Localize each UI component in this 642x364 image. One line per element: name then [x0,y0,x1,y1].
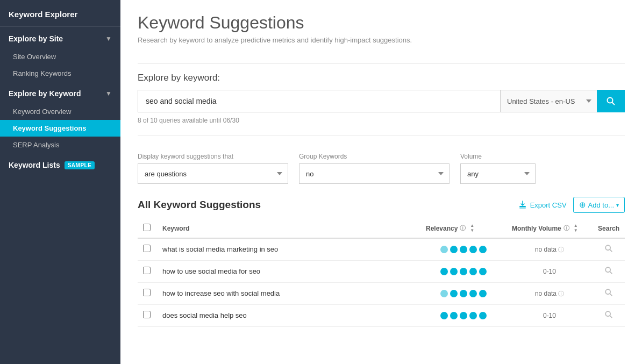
sidebar-item-site-overview[interactable]: Site Overview [0,48,120,65]
filter-group-group: Group Keywords no [299,153,450,184]
svg-point-10 [605,311,610,316]
search-row-icon [604,310,613,319]
filter-display-label: Display keyword suggestions that [138,153,288,160]
search-button[interactable] [597,90,625,112]
relevancy-dots [426,290,501,297]
svg-line-11 [610,316,612,318]
row-search-button[interactable] [604,288,613,299]
dot [450,312,458,319]
filter-group-label: Group Keywords [299,153,450,160]
row-search-button[interactable] [604,310,613,321]
table-row: how to increase seo with social mediano … [138,282,625,304]
dot [469,246,477,253]
row-checkbox-cell [138,260,157,282]
sidebar-item-keyword-suggestions[interactable]: Keyword Suggestions [0,120,120,137]
sidebar-section-explore-by-keyword[interactable]: Explore by Keyword ▼ [0,82,120,103]
search-row-icon [604,288,613,297]
volume-info-icon: ⓘ [557,290,564,297]
th-select-all [138,219,157,238]
sidebar-keyword-lists-label: Keyword Lists [9,161,60,169]
plus-icon: ⊕ [579,200,586,210]
dot [440,246,448,253]
sidebar-section-explore-by-site[interactable]: Explore by Site ▼ [0,27,120,48]
relevancy-sort-icon[interactable]: ▲▼ [470,224,474,233]
sidebar-title: Keyword Explorer [0,0,120,27]
dot [460,246,467,253]
keyword-cell: how to increase seo with social media [157,282,420,304]
svg-point-6 [605,267,610,272]
dot [450,290,458,297]
keyword-search-input[interactable] [138,90,500,112]
dot [460,268,467,275]
search-cell [593,304,625,326]
filter-group-select[interactable]: no [299,163,450,184]
volume-cell: no data ⓘ [507,282,593,304]
volume-value: no data [535,290,557,297]
th-search: Search [593,219,625,238]
keyword-cell: what is social media marketing in seo [157,238,420,261]
volume-value: 0-10 [543,268,556,275]
row-checkbox-cell [138,238,157,261]
th-relevancy: Relevancy ⓘ ▲▼ [420,219,507,238]
dot [479,246,487,253]
volume-value: 0-10 [543,312,556,319]
locale-select[interactable]: United States - en-US [500,90,597,112]
dot [469,268,477,275]
svg-line-7 [610,272,612,274]
table-title: All Keyword Suggestions [138,199,261,211]
divider-1 [138,63,625,64]
row-search-button[interactable] [604,266,613,277]
divider-2 [138,135,625,135]
main-content: Keyword Suggestions Research by keyword … [120,0,642,364]
th-keyword: Keyword [157,219,420,238]
table-row: how to use social media for seo0-10 [138,260,625,282]
relevancy-info-icon: ⓘ [460,224,466,232]
export-csv-button[interactable]: Export CSV [518,201,567,209]
dot [469,312,477,319]
sidebar-section-explore-by-site-label: Explore by Site [9,34,63,43]
row-checkbox[interactable] [143,289,151,296]
row-checkbox-cell [138,282,157,304]
volume-cell: 0-10 [507,304,593,326]
filter-group-volume: Volume any [460,153,536,184]
chevron-down-icon-2: ▼ [105,90,112,97]
row-checkbox[interactable] [143,267,151,274]
filter-display-select[interactable]: are questions [138,163,288,184]
keyword-lists-badge: SAMPLE [65,161,95,169]
sidebar-item-ranking-keywords[interactable]: Ranking Keywords [0,65,120,82]
filter-volume-select[interactable]: any [460,163,536,184]
search-row-icon [604,244,613,253]
search-cell [593,282,625,304]
dot [469,290,477,297]
relevancy-dots [426,268,501,275]
volume-info-icon: ⓘ [557,246,564,253]
svg-rect-2 [519,206,526,207]
row-checkbox[interactable] [143,311,151,318]
sidebar-keyword-lists[interactable]: Keyword Lists SAMPLE [0,153,120,175]
svg-point-0 [608,98,613,103]
sidebar-item-serp-analysis[interactable]: SERP Analysis [0,137,120,153]
search-cell [593,260,625,282]
keyword-table: Keyword Relevancy ⓘ ▲▼ Monthly Volume ⓘ [138,219,625,327]
sidebar-section-explore-by-keyword-label: Explore by Keyword [9,89,81,98]
row-search-button[interactable] [604,244,613,255]
relevancy-cell [420,260,507,282]
svg-rect-3 [519,208,526,209]
add-to-button[interactable]: ⊕ Add to... ▾ [573,197,625,213]
volume-sort-icon[interactable]: ▲▼ [574,224,578,233]
svg-point-8 [605,289,610,294]
relevancy-cell [420,238,507,261]
row-checkbox[interactable] [143,245,151,252]
select-all-checkbox[interactable] [143,224,151,231]
dot [479,268,487,275]
dot [440,268,448,275]
table-row: does social media help seo0-10 [138,304,625,326]
search-row-icon [604,266,613,275]
svg-line-1 [612,103,615,105]
keyword-cell: how to use social media for seo [157,260,420,282]
sidebar-item-keyword-overview[interactable]: Keyword Overview [0,103,120,120]
search-icon [606,96,616,106]
relevancy-cell [420,304,507,326]
volume-cell: no data ⓘ [507,238,593,261]
svg-line-9 [610,294,612,296]
